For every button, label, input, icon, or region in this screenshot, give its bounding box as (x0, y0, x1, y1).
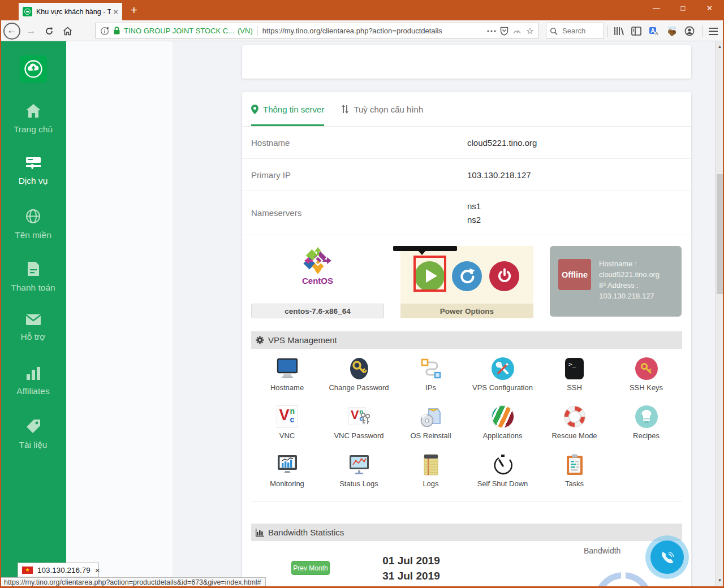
status-ip-label: IP Address : (599, 280, 660, 291)
vps-item-vps-configuration[interactable]: VPS Configuration (467, 356, 538, 397)
status-badge: Offline (558, 259, 591, 290)
key-icon (640, 362, 653, 375)
tools-icon (495, 361, 510, 376)
url-separator (257, 26, 258, 36)
applications-sphere-icon (492, 405, 514, 428)
browser-tab[interactable]: Khu vực khách hàng - Tino Gro × (19, 3, 122, 20)
page-actions-icon[interactable] (487, 30, 496, 32)
browser-navbar: ← → TINO GROUP JOINT STOCK C... (VN) htt… (0, 20, 724, 41)
lifebuoy-icon (564, 406, 585, 427)
vps-item-self-shutdown[interactable]: Self Shut Down (467, 452, 538, 493)
tab-close-icon[interactable]: × (113, 7, 118, 16)
vps-item-logs[interactable]: Logs (395, 452, 467, 493)
password-key-icon (349, 357, 369, 380)
restart-icon (459, 267, 476, 284)
vps-item-hostname[interactable]: Hostname (251, 356, 323, 397)
vps-item-os-reinstall[interactable]: OS Reinstall (395, 404, 467, 445)
back-button[interactable]: ← (3, 23, 20, 40)
status-hostname-value: cloud5221.tino.org (599, 270, 660, 280)
translate-extension-icon[interactable]: A (648, 25, 660, 37)
gear-icon (256, 336, 264, 344)
reboot-button[interactable] (452, 261, 482, 291)
address-bar[interactable]: TINO GROUP JOINT STOCK C... (VN) https:/… (95, 23, 539, 39)
new-tab-button[interactable]: + (126, 2, 143, 19)
tab-server-info[interactable]: Thông tin server (251, 92, 324, 126)
vps-item-change-password[interactable]: Change Password (323, 356, 395, 397)
scrollbar-thumb[interactable] (717, 174, 723, 294)
envelope-icon (25, 314, 41, 326)
monitoring-chart-icon (276, 454, 299, 475)
vps-item-recipes[interactable]: Recipes (610, 404, 682, 445)
shutdown-button[interactable] (489, 261, 519, 291)
link-status-bar: https://my.tino.org/clientarea.php?actio… (0, 577, 266, 587)
sidebar-item-services[interactable]: Dịch vụ (0, 156, 66, 188)
vps-item-ips[interactable]: IPs (395, 356, 467, 397)
viber-chat-button[interactable] (650, 541, 684, 574)
search-input[interactable] (561, 26, 595, 36)
centos-logo (303, 246, 333, 275)
os-version-label: centos-7.6-x86_64 (251, 304, 384, 318)
server-detail-card: Thông tin server Tuỳ chọn cấu hình Hostn… (242, 92, 691, 588)
power-options-label: Power Options (400, 304, 533, 318)
grid-empty-cell (610, 452, 682, 493)
forward-button[interactable]: → (23, 23, 40, 40)
sidebar-item-home[interactable]: Trang chủ (0, 103, 66, 135)
tab-title: Khu vực khách hàng - Tino Gro (36, 8, 111, 16)
vps-item-status-logs[interactable]: Status Logs (323, 452, 395, 493)
vps-item-vnc[interactable]: Vnc VNC (251, 404, 323, 445)
date-end: 31 Jul 2019 (360, 568, 462, 583)
phone-icon (660, 550, 675, 565)
vps-item-rescue-mode[interactable]: Rescue Mode (538, 404, 610, 445)
pocket-icon[interactable] (500, 27, 508, 36)
sidebar-item-affiliates[interactable]: Affiliates (0, 366, 66, 398)
vps-item-ssh[interactable]: >_ SSH (538, 356, 610, 397)
search-bar[interactable] (546, 23, 604, 39)
vps-item-vnc-password[interactable]: Vnc VNC Password (323, 404, 395, 445)
account-icon[interactable] (683, 25, 696, 37)
sidebar-item-billing[interactable]: Thanh toán (0, 261, 66, 293)
certificate-owner[interactable]: TINO GROUP JOINT STOCK C... (124, 27, 234, 35)
date-range: 01 Jul 2019 31 Jul 2019 (360, 553, 462, 583)
ip-route-icon (420, 358, 442, 379)
vietnam-flag-icon: ★ (22, 567, 33, 574)
maximize-button[interactable]: □ (670, 0, 696, 18)
info-row-primary-ip: Primary IP 103.130.218.127 (242, 159, 691, 191)
url-text[interactable]: https://my.tino.org/clientarea.php?actio… (262, 27, 483, 35)
sidebar-toggle-icon[interactable] (630, 25, 643, 37)
sidebar-item-support[interactable]: Hỗ trợ (0, 314, 66, 345)
prev-month-button[interactable]: Prev Month (291, 561, 330, 575)
vps-item-monitoring[interactable]: Monitoring (251, 452, 323, 493)
site-info-icon[interactable] (100, 27, 109, 36)
map-pin-icon (251, 105, 258, 114)
ip-notification-popup[interactable]: ★ 103.130.216.79 × (18, 563, 99, 577)
cookie-extension-icon[interactable] (666, 25, 678, 37)
sidebar: Trang chủ Dịch vụ Tên miền Thanh toán Hỗ… (0, 41, 66, 588)
sliders-icon (341, 105, 349, 114)
vps-item-ssh-keys[interactable]: SSH Keys (610, 356, 682, 397)
reload-icon[interactable] (41, 23, 58, 40)
tino-logo[interactable] (20, 55, 47, 83)
bookmark-star-icon[interactable]: ☆ (526, 27, 534, 36)
toolbar-separator (703, 25, 703, 37)
popup-close-icon[interactable]: × (95, 566, 100, 574)
sidebar-item-domains[interactable]: Tên miền (0, 209, 66, 240)
home-icon (25, 103, 41, 118)
home-icon[interactable] (59, 23, 76, 40)
tab-config-options[interactable]: Tuỳ chọn cấu hình (341, 92, 423, 126)
bar-chart-icon (26, 366, 41, 380)
vps-item-applications[interactable]: Applications (467, 404, 538, 445)
minimize-button[interactable]: — (643, 0, 670, 18)
menu-icon[interactable] (707, 25, 719, 37)
svg-text:A: A (650, 27, 654, 33)
tooltip-bar (393, 246, 457, 251)
reader-gauge-icon[interactable] (512, 28, 522, 34)
vps-item-tasks[interactable]: Tasks (538, 452, 610, 493)
donut-gap (621, 572, 626, 579)
power-icon (496, 267, 513, 284)
vps-management-grid: Hostname Change Password IPs VPS Configu… (242, 349, 691, 493)
close-button[interactable]: ✕ (696, 0, 723, 18)
sidebar-item-docs[interactable]: Tài liệu (0, 419, 66, 451)
library-icon[interactable] (613, 25, 625, 37)
globe-icon (25, 209, 41, 224)
highlight-box (413, 256, 446, 292)
